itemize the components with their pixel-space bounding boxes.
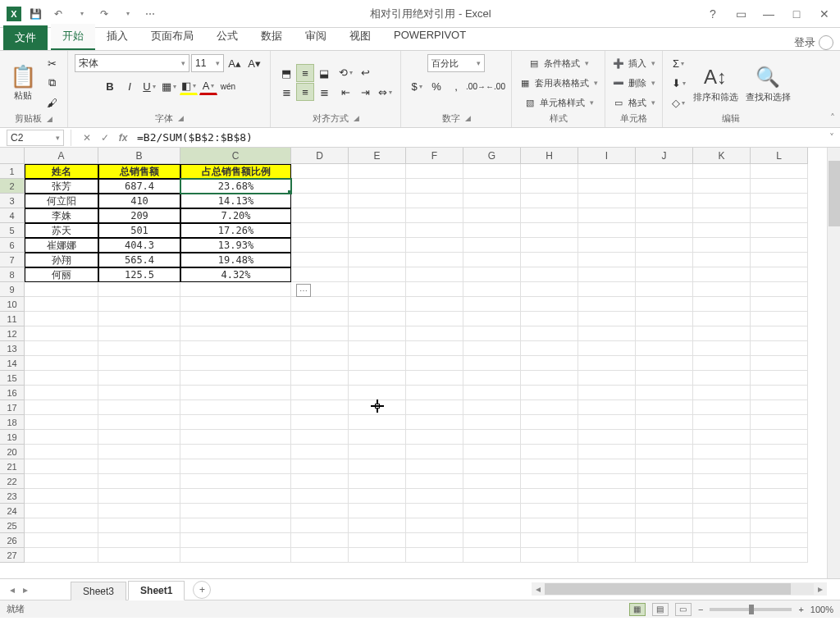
ribbon-tab-页面布局[interactable]: 页面布局 (139, 24, 205, 50)
cell-H2[interactable] (521, 179, 578, 194)
hscroll-thumb[interactable] (545, 583, 791, 595)
cell-F15[interactable] (406, 371, 463, 386)
cell-B7[interactable]: 565.4 (98, 253, 180, 267)
autofill-options-icon[interactable]: ⋯ (296, 284, 311, 297)
cell-G4[interactable] (463, 208, 521, 223)
cell-C19[interactable] (180, 430, 291, 445)
cell-C18[interactable] (180, 415, 291, 430)
cell-G19[interactable] (463, 430, 521, 445)
cell-K9[interactable] (693, 282, 751, 297)
cell-A13[interactable] (25, 341, 98, 356)
cell-K12[interactable] (693, 326, 751, 341)
cell-J18[interactable] (636, 415, 693, 430)
cell-B26[interactable] (98, 533, 180, 548)
cell-C10[interactable] (180, 297, 291, 312)
cell-C20[interactable] (180, 445, 291, 459)
cell-K7[interactable] (693, 253, 751, 267)
cell-J8[interactable] (636, 267, 693, 282)
cell-H7[interactable] (521, 253, 578, 267)
cell-G18[interactable] (463, 415, 521, 430)
cell-C24[interactable] (180, 504, 291, 518)
row-header-7[interactable]: 7 (0, 253, 25, 267)
cell-K2[interactable] (693, 179, 751, 194)
row-header-11[interactable]: 11 (0, 312, 25, 326)
cell-G17[interactable] (463, 400, 521, 415)
bold-button[interactable]: B (101, 77, 119, 95)
login-link[interactable]: 登录 (794, 35, 815, 50)
cell-D6[interactable] (291, 238, 349, 253)
cell-J14[interactable] (636, 356, 693, 371)
cell-C7[interactable]: 19.48% (180, 253, 291, 267)
font-name-select[interactable]: 宋体▾ (75, 54, 189, 72)
row-header-4[interactable]: 4 (0, 208, 25, 223)
format-painter-icon[interactable]: 🖌 (43, 94, 61, 112)
cell-C26[interactable] (180, 533, 291, 548)
cell-D27[interactable] (291, 548, 349, 563)
decrease-decimal-icon[interactable]: ←.00 (486, 77, 504, 95)
number-format-select[interactable]: 百分比▾ (427, 54, 485, 72)
row-header-19[interactable]: 19 (0, 430, 25, 445)
orientation-icon[interactable]: ⟲ (336, 64, 354, 82)
cell-L15[interactable] (751, 371, 808, 386)
cell-K1[interactable] (693, 164, 751, 179)
column-header-K[interactable]: K (693, 148, 751, 164)
cell-K20[interactable] (693, 445, 751, 459)
cell-J10[interactable] (636, 297, 693, 312)
cell-J7[interactable] (636, 253, 693, 267)
border-button[interactable]: ▦ (160, 77, 178, 95)
cell-A6[interactable]: 崔娜娜 (25, 238, 98, 253)
file-tab[interactable]: 文件 (3, 25, 48, 50)
accounting-format-icon[interactable]: $ (408, 77, 426, 95)
undo-icon[interactable]: ↶ (49, 5, 67, 23)
cell-I9[interactable] (578, 282, 636, 297)
row-header-23[interactable]: 23 (0, 489, 25, 504)
cell-style-button[interactable]: ▧单元格样式▾ (523, 94, 594, 112)
cell-H15[interactable] (521, 371, 578, 386)
cell-K17[interactable] (693, 400, 751, 415)
cell-I4[interactable] (578, 208, 636, 223)
cell-L17[interactable] (751, 400, 808, 415)
sheet-nav-first-icon[interactable]: ◂ (7, 584, 18, 596)
cell-B19[interactable] (98, 430, 180, 445)
cell-E3[interactable] (349, 194, 406, 208)
cell-D21[interactable] (291, 459, 349, 474)
sheet-nav-last-icon[interactable]: ▸ (20, 584, 31, 596)
fill-color-button[interactable]: ◧ (180, 77, 198, 95)
cell-G3[interactable] (463, 194, 521, 208)
align-bottom-icon[interactable]: ⬓ (315, 64, 333, 82)
cell-K25[interactable] (693, 518, 751, 533)
cell-I16[interactable] (578, 386, 636, 400)
fill-handle[interactable] (288, 190, 291, 194)
cell-J25[interactable] (636, 518, 693, 533)
cell-E13[interactable] (349, 341, 406, 356)
ribbon-tab-公式[interactable]: 公式 (205, 24, 249, 50)
cell-H11[interactable] (521, 312, 578, 326)
row-header-3[interactable]: 3 (0, 194, 25, 208)
cell-B4[interactable]: 209 (98, 208, 180, 223)
cell-G22[interactable] (463, 474, 521, 489)
cell-A8[interactable]: 何丽 (25, 267, 98, 282)
cell-C9[interactable] (180, 282, 291, 297)
cell-A15[interactable] (25, 371, 98, 386)
comma-format-icon[interactable]: , (447, 77, 465, 95)
cell-I26[interactable] (578, 533, 636, 548)
cell-H10[interactable] (521, 297, 578, 312)
cell-E5[interactable] (349, 223, 406, 238)
cell-A14[interactable] (25, 356, 98, 371)
cell-D18[interactable] (291, 415, 349, 430)
cell-H23[interactable] (521, 489, 578, 504)
cell-D16[interactable] (291, 386, 349, 400)
page-break-view-icon[interactable]: ▭ (675, 603, 692, 616)
cell-L1[interactable] (751, 164, 808, 179)
formula-input[interactable]: =B2/SUM($B$2:$B$8) (132, 131, 824, 144)
cell-A20[interactable] (25, 445, 98, 459)
cell-G16[interactable] (463, 386, 521, 400)
cell-F7[interactable] (406, 253, 463, 267)
cell-H20[interactable] (521, 445, 578, 459)
cell-H17[interactable] (521, 400, 578, 415)
align-center-icon[interactable]: ≡ (296, 83, 314, 101)
undo-dropdown[interactable] (72, 5, 90, 23)
column-header-L[interactable]: L (751, 148, 808, 164)
paste-button[interactable]: 📋 粘贴 (7, 60, 39, 106)
cell-F27[interactable] (406, 548, 463, 563)
